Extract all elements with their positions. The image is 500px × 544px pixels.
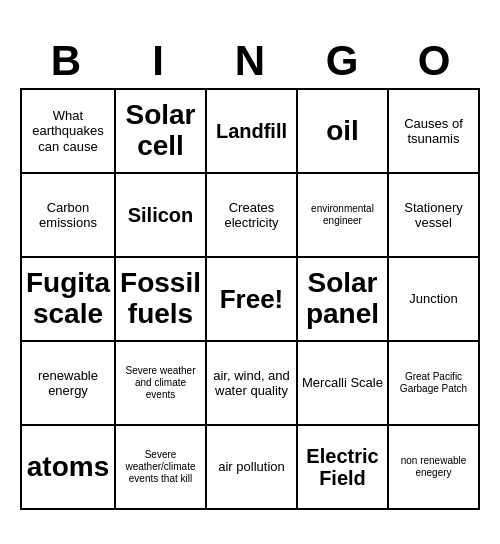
bingo-header: BINGO: [20, 34, 480, 88]
bingo-cell-5: Carbon emissions: [22, 174, 116, 258]
bingo-letter-g: G: [296, 34, 388, 88]
bingo-cell-1: Solar cell: [116, 90, 207, 174]
bingo-cell-15: renewable energy: [22, 342, 116, 426]
bingo-cell-17: air, wind, and water quality: [207, 342, 298, 426]
bingo-cell-8: environmental engineer: [298, 174, 389, 258]
bingo-cell-2: Landfill: [207, 90, 298, 174]
bingo-cell-6: Silicon: [116, 174, 207, 258]
bingo-cell-7: Creates electricity: [207, 174, 298, 258]
bingo-cell-20: atoms: [22, 426, 116, 510]
bingo-cell-13: Solar panel: [298, 258, 389, 342]
bingo-cell-21: Severe weather/climate events that kill: [116, 426, 207, 510]
bingo-cell-9: Stationery vessel: [389, 174, 480, 258]
bingo-card: BINGO What earthquakes can causeSolar ce…: [10, 24, 490, 520]
bingo-cell-16: Severe weather and climate events: [116, 342, 207, 426]
bingo-cell-4: Causes of tsunamis: [389, 90, 480, 174]
bingo-cell-14: Junction: [389, 258, 480, 342]
bingo-letter-b: B: [20, 34, 112, 88]
bingo-cell-3: oil: [298, 90, 389, 174]
bingo-cell-24: non renewable enegery: [389, 426, 480, 510]
bingo-cell-23: Electric Field: [298, 426, 389, 510]
bingo-letter-i: I: [112, 34, 204, 88]
bingo-grid: What earthquakes can causeSolar cellLand…: [20, 88, 480, 510]
bingo-cell-11: Fossil fuels: [116, 258, 207, 342]
bingo-cell-18: Mercalli Scale: [298, 342, 389, 426]
bingo-cell-0: What earthquakes can cause: [22, 90, 116, 174]
bingo-letter-n: N: [204, 34, 296, 88]
bingo-cell-12: Free!: [207, 258, 298, 342]
bingo-cell-22: air pollution: [207, 426, 298, 510]
bingo-cell-10: Fugita scale: [22, 258, 116, 342]
bingo-cell-19: Great Pacific Garbage Patch: [389, 342, 480, 426]
bingo-letter-o: O: [388, 34, 480, 88]
